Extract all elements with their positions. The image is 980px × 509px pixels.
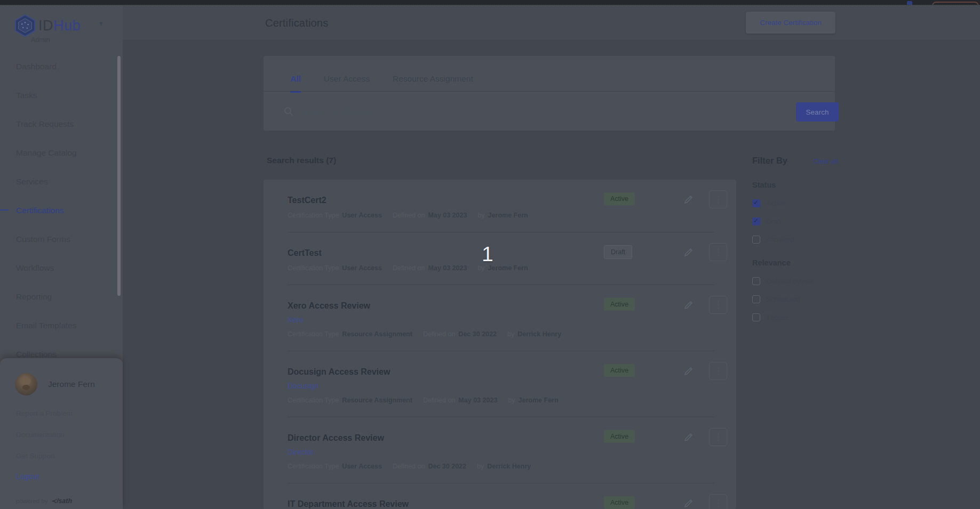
report-problem-link[interactable]: Report a Problem xyxy=(16,409,73,417)
meta-value: Resource Assignment xyxy=(342,330,412,338)
certification-card: TestCert2Certification TypeUser AccessDe… xyxy=(288,180,714,232)
kebab-menu-icon[interactable] xyxy=(709,190,727,208)
meta-value: Resource Assignment xyxy=(342,397,412,404)
kebab-menu-icon[interactable] xyxy=(709,362,727,380)
filter-option-scheduled[interactable]: Scheduled xyxy=(752,295,838,303)
meta-label: by xyxy=(508,397,515,404)
meta-value: May 03 2023 xyxy=(458,397,497,404)
filter-header: Filter By Clear all xyxy=(752,156,838,166)
brand-wordmark: IDHub xyxy=(38,18,81,34)
certification-meta: Certification TypeUser AccessDefined onM… xyxy=(288,264,714,272)
meta-label: Certification Type xyxy=(288,264,339,272)
meta-value: User Access xyxy=(342,212,382,219)
certification-card: Docusign Access ReviewDocusignCertificat… xyxy=(288,351,714,417)
meta-label: Defined on xyxy=(393,212,425,219)
meta-label: Defined on xyxy=(393,264,425,272)
filter-option-draft[interactable]: Draft xyxy=(752,217,838,225)
edit-icon[interactable] xyxy=(680,362,698,380)
sidebar-item-services[interactable]: Services xyxy=(0,174,123,203)
sidebar-scrollbar[interactable] xyxy=(117,56,121,296)
resource-link[interactable]: Xero xyxy=(288,316,304,324)
filter-option-label: Draft xyxy=(766,217,782,225)
filter-option-trigger[interactable]: Trigger xyxy=(752,313,838,321)
kebab-menu-icon[interactable] xyxy=(709,243,727,261)
checkbox-unchecked-icon[interactable] xyxy=(752,277,760,285)
chevron-down-icon[interactable]: ▼ xyxy=(98,20,104,27)
meta-label: by xyxy=(477,463,484,470)
get-support-link[interactable]: Get Support xyxy=(16,452,55,460)
edit-icon[interactable] xyxy=(680,296,698,314)
sidebar-item-email-templates[interactable]: Email Templates xyxy=(0,318,123,346)
search-input[interactable] xyxy=(300,106,817,117)
certification-title[interactable]: TestCert2 xyxy=(288,196,326,205)
browser-top-strip xyxy=(0,0,980,5)
edit-icon[interactable] xyxy=(680,190,698,208)
certification-meta: Certification TypeUser AccessDefined onM… xyxy=(288,212,714,219)
checkbox-unchecked-icon[interactable] xyxy=(752,313,760,321)
kebab-menu-icon[interactable] xyxy=(709,494,727,509)
meta-value: User Access xyxy=(342,463,382,470)
sidebar-item-dashboard[interactable]: Dashboard xyxy=(0,59,123,87)
sidebar-item-track-requests[interactable]: Track Requests xyxy=(0,116,123,145)
checkbox-unchecked-icon[interactable] xyxy=(752,236,760,244)
kebab-menu-icon[interactable] xyxy=(709,296,727,314)
checkbox-checked-icon[interactable] xyxy=(752,199,760,207)
meta-label: Defined on xyxy=(393,463,425,470)
edit-icon[interactable] xyxy=(680,494,698,509)
meta-label: Certification Type xyxy=(288,397,339,404)
create-certification-button[interactable]: Create Certification xyxy=(746,12,835,34)
sath-logo: ≺/sath xyxy=(51,497,72,505)
certification-card: IT Department Access ReviewActive xyxy=(288,483,714,509)
tab-resource-assignment[interactable]: Resource Assignment xyxy=(393,74,473,93)
status-badge: Active xyxy=(604,192,635,205)
sidebar-item-custom-forms[interactable]: Custom Forms xyxy=(0,231,123,260)
filter-option-label: Active xyxy=(766,199,786,207)
certification-title[interactable]: Docusign Access Review xyxy=(288,367,390,377)
meta-value: Jerome Fern xyxy=(488,264,528,272)
page-header: Certifications Create Certification xyxy=(123,5,980,41)
kebab-menu-icon[interactable] xyxy=(709,428,727,446)
edit-icon[interactable] xyxy=(680,428,698,446)
avatar[interactable] xyxy=(15,373,37,395)
sidebar-item-reporting[interactable]: Reporting xyxy=(0,289,123,318)
resource-link[interactable]: Director xyxy=(288,448,314,456)
certification-list: TestCert2Certification TypeUser AccessDe… xyxy=(264,180,736,509)
meta-value: User Access xyxy=(342,264,382,272)
search-button[interactable]: Search xyxy=(796,102,839,122)
certification-title[interactable]: IT Department Access Review xyxy=(288,499,409,509)
browser-tab-outline xyxy=(932,2,979,5)
tab-all[interactable]: All xyxy=(290,74,301,93)
clear-all-link[interactable]: Clear all xyxy=(813,158,838,165)
user-name[interactable]: Jerome Fern xyxy=(48,379,95,389)
certification-title[interactable]: Xero Access Review xyxy=(288,301,370,311)
filter-option-archived[interactable]: Archived xyxy=(752,236,838,244)
logout-link[interactable]: Logout xyxy=(16,472,39,481)
idhub-hexagon-icon xyxy=(14,14,36,37)
sidebar-item-manage-catalog[interactable]: Manage Catalog xyxy=(0,145,123,174)
certification-title[interactable]: CertTest xyxy=(288,248,322,258)
filter-option-defined-by-me[interactable]: Defined by me xyxy=(752,277,838,285)
status-badge: Active xyxy=(604,430,635,443)
certification-title[interactable]: Director Access Review xyxy=(288,433,384,443)
page-title: Certifications xyxy=(265,17,328,29)
certification-meta: Certification TypeResource AssignmentDef… xyxy=(288,397,714,404)
tab-user-access[interactable]: User Access xyxy=(324,74,370,93)
checkbox-checked-icon[interactable] xyxy=(752,217,760,225)
filter-panel: Filter By Clear all StatusActiveDraftArc… xyxy=(752,156,838,321)
resource-link[interactable]: Docusign xyxy=(288,382,318,390)
click-indicator: 1 xyxy=(482,243,493,266)
filter-group-label-status: Status xyxy=(752,181,838,189)
sidebar-item-certifications[interactable]: Certifications xyxy=(0,203,123,231)
meta-value: Dec 30 2022 xyxy=(458,330,497,338)
meta-label: by xyxy=(507,330,514,338)
edit-icon[interactable] xyxy=(680,243,698,261)
meta-value: Jerome Fern xyxy=(519,397,559,404)
brand-logo[interactable]: IDHub xyxy=(14,14,81,37)
checkbox-unchecked-icon[interactable] xyxy=(752,295,760,303)
sidebar-item-workflows[interactable]: Workflows xyxy=(0,260,123,289)
filter-option-label: Scheduled xyxy=(766,295,800,303)
documentation-link[interactable]: Documentation xyxy=(16,431,65,439)
sidebar-item-tasks[interactable]: Tasks xyxy=(0,87,123,116)
filter-option-active[interactable]: Active xyxy=(752,199,838,207)
browser-extension-icon xyxy=(907,1,912,5)
